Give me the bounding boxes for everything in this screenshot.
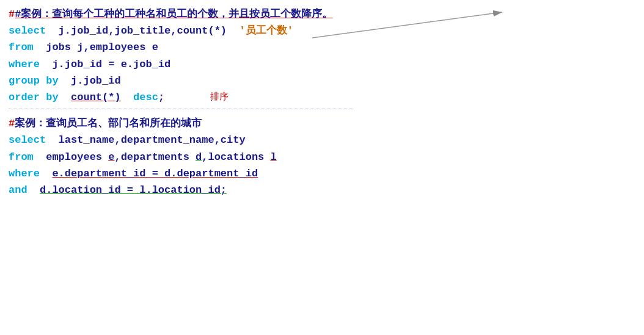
keyword-desc-1: desc [133, 89, 158, 106]
comment-text-1: #案例：查询每个工种的工种名和员工的个数，并且按员工个数降序。 [15, 6, 332, 23]
from-line-1: from jobs j,employees e [9, 39, 635, 56]
comment-hash-2: # [9, 115, 15, 132]
keyword-select-2: select [9, 132, 46, 148]
groupby-line-1: group by j.job_id [9, 73, 635, 89]
code-block-2: #案例：查询员工名、部门名和所在的城市 select last_name,dep… [9, 115, 635, 198]
keyword-group-1: group [9, 73, 40, 89]
and-expr-1: d.location_id = l.location_id; [40, 182, 227, 198]
select-line-1: select j.job_id,job_title,count(*) '员工个数… [9, 23, 635, 39]
keyword-by-3: by [46, 89, 58, 106]
comment-text-2: 案例：查询员工名、部门名和所在的城市 [15, 115, 202, 132]
alias-label: '员工个数' [239, 23, 293, 39]
where-line-1: where j.job_id = e.job_id [9, 56, 635, 73]
orderby-line-1: order by count(*) desc; 排序 [9, 89, 635, 106]
select-fields-1: j.job_id,job_title,count(*) [46, 23, 239, 39]
where-expr-2: e.department_id = d.department_id [52, 165, 258, 182]
keyword-where-1: where [9, 56, 40, 73]
keyword-where-2: where [9, 165, 40, 182]
from-sp: employees [34, 149, 108, 165]
orderby-fields-1 [59, 89, 71, 106]
divider-dots [9, 107, 353, 109]
from-fields-1: jobs j,employees e [34, 39, 158, 56]
keyword-by-1 [40, 73, 46, 89]
select-fields-2: last_name,department_name,city [46, 132, 245, 148]
paixu-annotation: 排序 [210, 89, 229, 104]
select-line-2: select last_name,department_name,city [9, 132, 635, 148]
code-block-1: ##案例：查询每个工种的工种名和员工的个数，并且按员工个数降序。 select … [9, 6, 635, 109]
keyword-from-2: from [9, 149, 34, 165]
alias-d: d [196, 149, 202, 165]
sp2 [121, 89, 133, 106]
and-line-1: and d.location_id = l.location_id; [9, 182, 635, 198]
comment-hash-1: # [9, 6, 15, 23]
semicolon-1: ; [158, 89, 164, 106]
from-comma2: ,locations [202, 149, 270, 165]
keyword-and-1: and [9, 182, 27, 198]
sp1 [40, 89, 46, 106]
keyword-order-1: order [9, 89, 40, 106]
alias-e: e [108, 149, 114, 165]
where-line-2: where e.department_id = d.department_id [9, 165, 635, 182]
keyword-from-1: from [9, 39, 34, 56]
keyword-by-2: by [46, 73, 58, 89]
from-comma1: ,departments [114, 149, 196, 165]
keyword-select-1: select [9, 23, 46, 39]
where-fields-1: j.job_id = e.job_id [40, 56, 170, 73]
orderby-count: count(*) [71, 89, 121, 106]
where-sp [40, 165, 52, 182]
and-sp [27, 182, 40, 198]
comment-line-1: ##案例：查询每个工种的工种名和员工的个数，并且按员工个数降序。 [9, 6, 635, 23]
comment-line-2: #案例：查询员工名、部门名和所在的城市 [9, 115, 635, 132]
alias-l: l [270, 149, 276, 165]
from-line-2: from employees e,departments d,locations… [9, 149, 635, 165]
groupby-fields-1: j.job_id [59, 73, 121, 89]
